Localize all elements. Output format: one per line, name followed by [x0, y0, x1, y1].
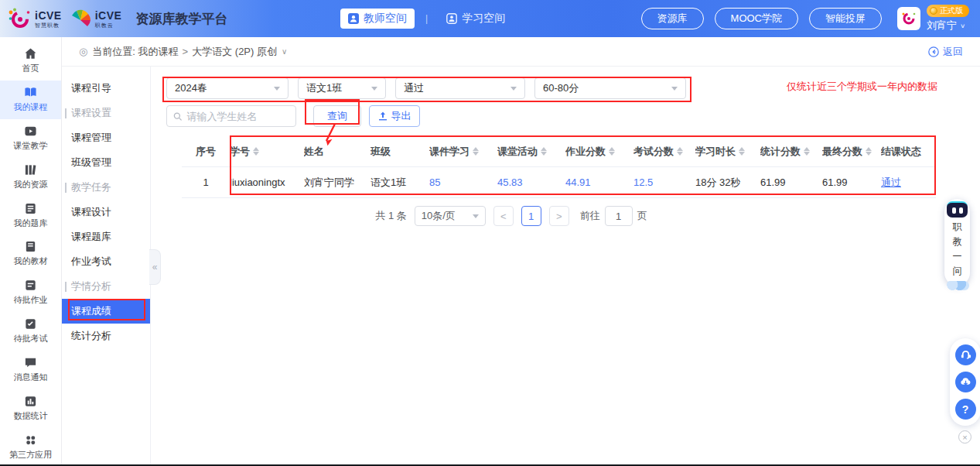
- next-page-button[interactable]: >: [549, 206, 569, 226]
- open-book-icon: [24, 86, 37, 99]
- query-button[interactable]: 查询: [313, 105, 361, 127]
- goto-page-input[interactable]: [605, 206, 633, 226]
- column-header-final-score[interactable]: 最终分数: [822, 145, 881, 159]
- sort-icon[interactable]: [866, 147, 872, 156]
- column-header-stat-score[interactable]: 统计分数: [760, 145, 822, 159]
- cell-status-link[interactable]: 通过: [881, 176, 936, 190]
- sidebar-item-label: 课堂教学: [14, 140, 48, 152]
- sort-icon[interactable]: [473, 147, 479, 156]
- breadcrumb-course[interactable]: 大学语文 (2P) 原创: [192, 45, 277, 59]
- submenu-item-statistical-analysis[interactable]: 统计分析: [62, 324, 150, 348]
- sidebar-item-my-courses[interactable]: 我的课程: [0, 81, 61, 119]
- column-header-activity[interactable]: 课堂活动: [497, 145, 565, 159]
- sidebar-item-pending-exams[interactable]: 待批考试: [0, 312, 61, 351]
- sidebar-item-label: 消息通知: [14, 372, 48, 383]
- submenu-item-course-guide[interactable]: 课程引导: [62, 76, 150, 101]
- sort-icon[interactable]: [677, 147, 683, 156]
- sidebar-item-home[interactable]: 首页: [0, 42, 61, 81]
- page-size-select[interactable]: 10条/页: [415, 206, 486, 226]
- submenu-collapse-button[interactable]: «: [149, 249, 161, 285]
- avatar[interactable]: [897, 7, 920, 30]
- sidebar-item-data-statistics[interactable]: 数据统计: [0, 389, 61, 427]
- submenu-item-course-management[interactable]: 课程管理: [62, 125, 150, 150]
- chevron-down-icon: [473, 214, 479, 218]
- status-value: 通过: [404, 81, 424, 95]
- main-content: 2024春 语文1班 通过 60-80分: [151, 67, 980, 466]
- smart-screencast-button[interactable]: 智能投屏: [809, 8, 882, 29]
- sidebar-item-my-resources[interactable]: 我的资源: [0, 157, 61, 196]
- submenu-item-class-management[interactable]: 班级管理: [62, 150, 150, 175]
- mooc-college-button[interactable]: MOOC学院: [715, 8, 798, 29]
- prev-page-button[interactable]: <: [493, 206, 514, 226]
- column-header-exam[interactable]: 考试分数: [633, 145, 695, 159]
- sort-icon[interactable]: [804, 147, 810, 156]
- submenu-item-homework-exam[interactable]: 作业考试: [62, 249, 150, 274]
- sort-icon[interactable]: [609, 147, 615, 156]
- ai-assistant-widget[interactable]: 职 教 一 问: [944, 199, 970, 286]
- cell-class: 语文1班: [370, 176, 429, 190]
- icve-swirl-logo-icon: [8, 7, 31, 30]
- cell-final-score: 61.99: [822, 176, 881, 188]
- app-window: iCVE 智慧职教 iCVE 职教云: [0, 0, 980, 466]
- class-value: 语文1班: [306, 81, 342, 95]
- back-circle-arrow-icon: [928, 46, 939, 57]
- semester-select[interactable]: 2024春: [166, 77, 289, 99]
- download-cloud-icon: [960, 376, 971, 388]
- close-widget-button[interactable]: ×: [958, 430, 971, 444]
- submenu-item-course-question-bank[interactable]: 课程题库: [62, 224, 150, 249]
- column-header-index: 序号: [182, 145, 230, 159]
- column-header-student-id[interactable]: 学号: [230, 145, 304, 159]
- student-search-box: [166, 105, 296, 127]
- logo1-brand: iCVE: [35, 10, 62, 21]
- library-books-icon: [24, 163, 37, 176]
- submenu-item-course-design[interactable]: 课程设计: [62, 200, 150, 224]
- chevron-down-icon: ∨: [960, 22, 965, 29]
- cell-activity-link[interactable]: 45.83: [497, 176, 565, 188]
- breadcrumb-root[interactable]: 我的课程: [138, 45, 179, 59]
- status-select[interactable]: 通过: [395, 77, 525, 99]
- sidebar-item-pending-homework[interactable]: 待批作业: [0, 273, 61, 312]
- class-select[interactable]: 语文1班: [298, 77, 386, 99]
- submenu-group-course-settings: 课程设置: [62, 101, 150, 125]
- sidebar-item-third-party-apps[interactable]: 第三方应用: [0, 427, 61, 466]
- semester-value: 2024春: [175, 81, 207, 95]
- sidebar-item-my-question-bank[interactable]: 我的题库: [0, 196, 61, 235]
- download-button[interactable]: [955, 372, 976, 392]
- sidebar-item-classroom-teaching[interactable]: 课堂教学: [0, 119, 61, 158]
- learning-space-label: 学习空间: [462, 12, 505, 26]
- back-button[interactable]: 返回: [928, 45, 963, 59]
- sidebar-item-label: 待批作业: [14, 294, 48, 306]
- learning-space-button[interactable]: 学习空间: [439, 9, 513, 29]
- logo-group: iCVE 智慧职教 iCVE 职教云: [8, 7, 227, 30]
- headset-icon: [960, 349, 971, 361]
- customer-service-button[interactable]: [955, 344, 976, 365]
- export-button[interactable]: 导出: [369, 105, 420, 127]
- user-menu[interactable]: 刘宵宁 ∨: [927, 19, 965, 33]
- student-search-input[interactable]: [186, 111, 289, 122]
- chevron-down-icon[interactable]: ∨: [282, 47, 287, 56]
- sidebar-item-my-textbooks[interactable]: 我的教材: [0, 235, 61, 273]
- chevron-down-icon: [671, 87, 678, 91]
- sort-icon[interactable]: [739, 147, 745, 156]
- submenu-item-course-grades[interactable]: 课程成绩: [62, 299, 150, 324]
- cell-courseware-link[interactable]: 85: [429, 176, 497, 188]
- space-separator: |: [425, 13, 428, 24]
- learning-space-icon: [446, 13, 457, 24]
- current-page-button[interactable]: 1: [521, 206, 541, 226]
- cell-exam-link[interactable]: 12.5: [633, 176, 695, 188]
- column-header-duration[interactable]: 学习时长: [695, 145, 760, 159]
- sidebar-item-notifications[interactable]: 消息通知: [0, 351, 61, 389]
- breadcrumb: ◎ 当前位置: 我的课程 > 大学语文 (2P) 原创 ∨ 返回: [62, 37, 980, 67]
- resource-library-button[interactable]: 资源库: [641, 8, 704, 29]
- column-header-class: 班级: [370, 145, 429, 159]
- cell-homework-link[interactable]: 44.91: [565, 176, 633, 188]
- sort-icon[interactable]: [253, 147, 259, 156]
- teacher-space-button[interactable]: 教师空间: [340, 9, 415, 29]
- help-button[interactable]: ?: [955, 399, 976, 420]
- sort-icon[interactable]: [541, 147, 547, 156]
- score-range-select[interactable]: 60-80分: [534, 77, 686, 99]
- column-header-courseware[interactable]: 课件学习: [429, 145, 497, 159]
- goto-label: 前往: [580, 209, 600, 223]
- column-header-homework[interactable]: 作业分数: [565, 145, 633, 159]
- submenu-group-learning-analysis: 学情分析: [62, 274, 150, 299]
